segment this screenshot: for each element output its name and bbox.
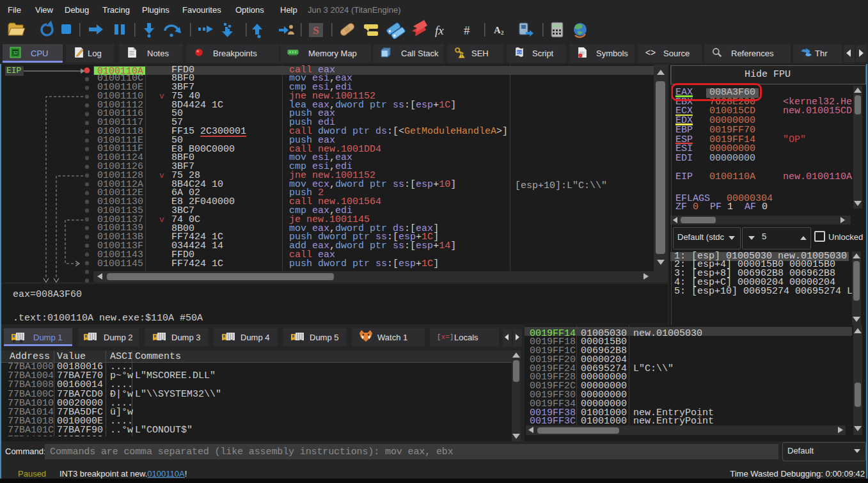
svg-text:32: 32 — [13, 50, 18, 56]
svg-text:fx: fx — [435, 24, 444, 37]
svg-text:<>: <> — [517, 50, 522, 54]
svg-text:#: # — [464, 24, 470, 37]
svg-text:<>: <> — [645, 48, 656, 58]
svg-text:A: A — [494, 25, 501, 35]
svg-text:[x=]: [x=] — [437, 333, 454, 341]
svg-text:!: ! — [461, 53, 462, 58]
svg-text:EIP: EIP — [6, 66, 22, 75]
svg-text:2: 2 — [501, 29, 504, 36]
svg-text:S: S — [313, 24, 319, 36]
